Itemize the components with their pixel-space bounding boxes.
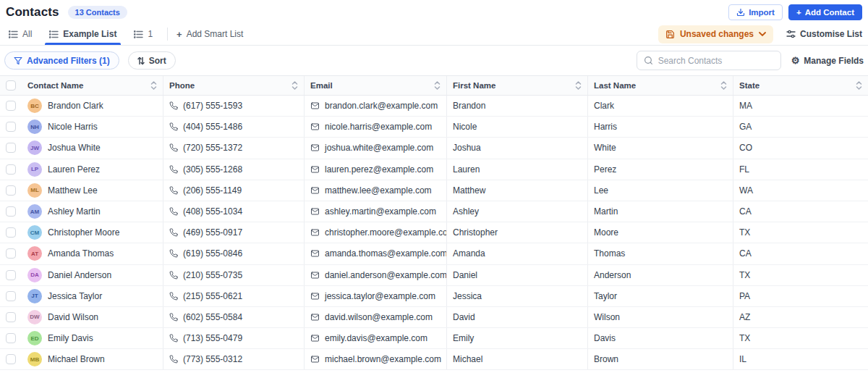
table-row[interactable]: CMChristopher Moore(469) 555-0917christo… — [0, 222, 868, 243]
contact-name-cell[interactable]: ATAmanda Thomas — [22, 243, 163, 264]
sort-icon[interactable] — [856, 81, 862, 90]
table-row[interactable]: EDEmily Davis(713) 555-0479emily.davis@e… — [0, 328, 868, 349]
envelope-icon — [310, 143, 320, 152]
contact-name-cell[interactable]: EDEmily Davis — [22, 328, 163, 348]
tab-example-list[interactable]: Example List — [46, 23, 119, 45]
state-value: PA — [739, 291, 750, 301]
table-row[interactable]: DWDavid Wilson(602) 555-0584david.wilson… — [0, 307, 868, 328]
contact-name-cell[interactable]: DADaniel Anderson — [22, 265, 163, 285]
phone-value: (305) 555-1268 — [183, 164, 242, 175]
state-cell: AZ — [733, 307, 868, 327]
contact-name-cell[interactable]: JWJoshua White — [22, 138, 163, 158]
row-checkbox[interactable] — [0, 180, 22, 201]
add-contact-button[interactable]: + Add Contact — [788, 4, 862, 20]
table-row[interactable]: NHNicole Harris(404) 555-1486nicole.harr… — [0, 117, 868, 138]
row-checkbox[interactable] — [0, 117, 22, 137]
table-row[interactable]: MBMichael Brown(773) 555-0312michael.bro… — [0, 349, 868, 370]
row-checkbox[interactable] — [0, 307, 22, 327]
first-name-cell: Jessica — [446, 286, 587, 306]
contact-name-cell[interactable]: MBMichael Brown — [22, 349, 163, 369]
contact-name-cell[interactable]: NHNicole Harris — [22, 117, 163, 137]
row-checkbox[interactable] — [0, 138, 22, 158]
list-icon — [49, 30, 59, 38]
state-cell: TX — [733, 265, 868, 285]
row-checkbox[interactable] — [0, 222, 22, 243]
row-checkbox[interactable] — [0, 159, 22, 180]
contact-name-cell[interactable]: DWDavid Wilson — [22, 307, 163, 327]
contact-name-cell[interactable]: AMAshley Martin — [22, 201, 163, 222]
column-header-phone[interactable]: Phone — [163, 76, 304, 95]
contact-name: Joshua White — [48, 143, 101, 153]
contact-name: Christopher Moore — [48, 227, 119, 238]
table-row[interactable]: BCBrandon Clark(617) 555-1593brandon.cla… — [0, 96, 868, 117]
row-checkbox[interactable] — [0, 265, 22, 285]
sort-icon[interactable] — [720, 81, 727, 90]
add-smart-list-button[interactable]: + Add Smart List — [176, 29, 243, 40]
table-row[interactable]: DADaniel Anderson(210) 555-0735daniel.an… — [0, 265, 868, 286]
contact-name-cell[interactable]: MLMatthew Lee — [22, 180, 163, 201]
contact-name-cell[interactable]: CMChristopher Moore — [22, 222, 163, 243]
customise-list-button[interactable]: Customise List — [786, 29, 862, 39]
contact-name-cell[interactable]: JTJessica Taylor — [22, 286, 163, 306]
tab-1[interactable]: 1 — [131, 23, 156, 45]
last-name-value: Moore — [594, 227, 618, 238]
state-cell: GA — [733, 117, 868, 137]
sort-icon[interactable] — [434, 81, 441, 90]
manage-fields-button[interactable]: ⚙ Manage Fields — [791, 56, 864, 66]
last-name-value: Harris — [594, 122, 617, 132]
phone-cell: (617) 555-1593 — [163, 96, 304, 116]
select-all-checkbox[interactable] — [0, 76, 22, 95]
phone-icon — [169, 313, 178, 322]
table-row[interactable]: MLMatthew Lee(206) 555-1149matthew.lee@e… — [0, 180, 868, 201]
row-checkbox[interactable] — [0, 201, 22, 222]
phone-value: (617) 555-1593 — [183, 101, 242, 111]
list-icon — [9, 30, 18, 38]
row-checkbox[interactable] — [0, 286, 22, 306]
table-row[interactable]: LPLauren Perez(305) 555-1268lauren.perez… — [0, 159, 868, 180]
column-header-contact-name[interactable]: Contact Name — [22, 76, 163, 95]
advanced-filters-button[interactable]: Advanced Filters (1) — [4, 51, 119, 70]
search-box[interactable] — [637, 51, 781, 70]
row-checkbox[interactable] — [0, 243, 22, 264]
first-name-value: Christopher — [453, 227, 498, 238]
first-name-cell: Nicole — [446, 117, 587, 137]
row-checkbox[interactable] — [0, 349, 22, 369]
table-row[interactable]: JTJessica Taylor(215) 555-0621jessica.ta… — [0, 286, 868, 307]
table-row[interactable]: JWJoshua White(720) 555-1372joshua.white… — [0, 138, 868, 159]
envelope-icon — [310, 207, 320, 216]
first-name-value: Michael — [453, 354, 482, 364]
avatar: ED — [27, 331, 42, 345]
table-row[interactable]: AMAshley Martin(408) 555-1034ashley.mart… — [0, 201, 868, 222]
search-input[interactable] — [658, 56, 774, 66]
add-contact-label: Add Contact — [805, 8, 854, 17]
column-header-last-name[interactable]: Last Name — [587, 76, 733, 95]
unsaved-changes-button[interactable]: Unsaved changes — [658, 25, 773, 43]
contact-name: Jessica Taylor — [48, 291, 102, 301]
sort-icon[interactable] — [292, 81, 298, 90]
first-name-cell: Brandon — [446, 96, 587, 116]
row-checkbox[interactable] — [0, 96, 22, 116]
column-header-state[interactable]: State — [733, 76, 868, 95]
tab-1-label: 1 — [148, 29, 153, 39]
email-cell: lauren.perez@example.com — [304, 159, 446, 180]
last-name-cell: Thomas — [587, 243, 733, 264]
tab-all[interactable]: All — [6, 23, 35, 45]
contact-name-cell[interactable]: LPLauren Perez — [22, 159, 163, 180]
column-label: State — [739, 81, 851, 90]
table-row[interactable]: ATAmanda Thomas(619) 555-0846amanda.thom… — [0, 243, 868, 264]
state-value: FL — [739, 164, 749, 175]
contact-name: Nicole Harris — [48, 122, 98, 132]
first-name-value: Brandon — [453, 101, 485, 111]
sort-icon[interactable] — [150, 81, 157, 90]
tab-all-label: All — [22, 29, 32, 39]
envelope-icon — [310, 101, 320, 110]
import-button[interactable]: Import — [728, 4, 783, 20]
column-header-email[interactable]: Email — [304, 76, 446, 95]
first-name-cell: Amanda — [446, 243, 587, 264]
sort-button[interactable]: Sort — [128, 51, 176, 70]
row-checkbox[interactable] — [0, 328, 22, 348]
column-header-first-name[interactable]: First Name — [446, 76, 587, 95]
email-cell: brandon.clark@example.com — [304, 96, 446, 116]
sort-icon[interactable] — [575, 81, 582, 90]
contact-name-cell[interactable]: BCBrandon Clark — [22, 96, 163, 116]
